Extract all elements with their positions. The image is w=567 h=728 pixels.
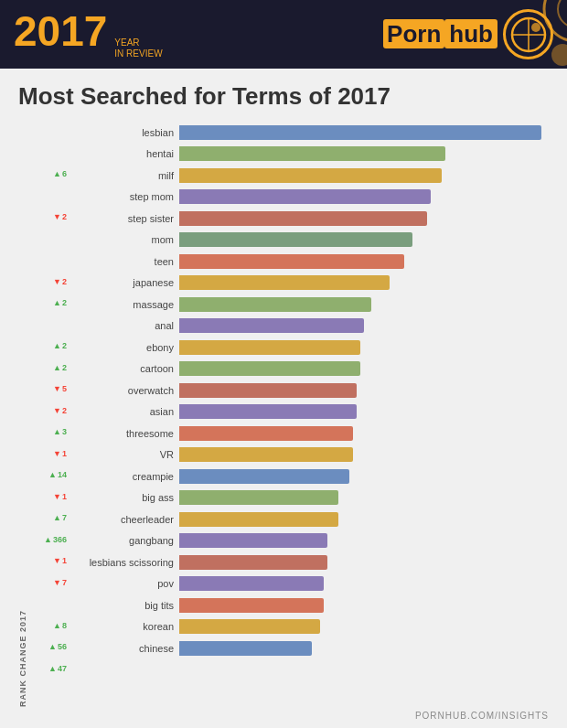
rank-change-value: 2 [62,363,67,372]
bar-row: overwatch [70,380,549,401]
bar-row: pov [70,573,549,595]
bar-label: japanese [70,277,179,288]
rank-change-item: ▲14 [30,465,67,487]
bar [179,533,327,548]
rank-change-value: 5 [62,384,67,393]
bar-label: overwatch [70,385,179,396]
bar-label: lesbians scissoring [70,557,179,568]
arrow-up-icon: ▲ [53,169,61,178]
rank-change-value: 1 [62,492,67,501]
bar-row: asian [70,401,549,423]
bar-label: anal [70,320,179,331]
bar-row: mom [70,230,549,252]
bar [179,146,445,161]
rank-change-value: 2 [62,298,67,307]
rank-change-value: 2 [62,406,67,415]
bar-container [179,490,549,505]
rank-change-item: ▼1 [30,551,67,573]
website-footer: PORNHUB.COM/INSIGHTS [415,711,549,721]
bar-row: step mom [70,187,549,209]
rank-change-value: 47 [58,664,67,673]
rank-change-item: ▼1 [30,443,67,465]
bar-row: chinese [70,637,549,659]
bar [179,490,338,505]
header: 2017 year in review Pornhub [0,0,567,69]
pornhub-logo: Pornhub [383,9,553,59]
arrow-down-icon: ▼ [53,384,61,393]
arrow-up-icon: ▲ [53,363,61,372]
arrow-up-icon: ▲ [53,298,61,307]
bar [179,383,357,398]
y-axis-label: RANK CHANGE 2017 [18,140,27,707]
rank-change-item: ▲366 [30,529,67,551]
bar-row: VR [70,444,549,466]
rank-change-value: 3 [62,427,67,436]
bar-container [179,619,549,634]
bar-container [179,641,549,656]
arrow-up-icon: ▲ [48,642,57,651]
rank-change-value: 8 [62,621,67,630]
bar-container [179,533,549,548]
bar [179,598,324,613]
bar-container [179,125,549,140]
bars-section: lesbianhentaimilfstep momstep sistermomt… [70,122,549,721]
bar [179,447,353,462]
bar-label: pov [70,578,179,589]
arrow-up-icon: ▲ [48,470,57,479]
rank-change-value: 6 [62,169,67,178]
bar [179,297,371,312]
rank-change-item: ▲47 [30,658,67,680]
rank-change-item: ▲7 [30,508,67,530]
rank-change-value: 7 [62,578,67,587]
bar-container [179,555,549,570]
rank-change-item [30,185,67,207]
bar [179,512,338,527]
brand-part2-highlight: hub [444,19,497,48]
bar-label: asian [70,406,179,417]
bar-container [179,469,549,484]
bar [179,641,312,656]
bar [179,168,442,183]
rank-change-item [30,228,67,250]
arrow-down-icon: ▼ [53,556,61,565]
bar-container [179,404,549,419]
svg-point-3 [551,44,567,66]
svg-point-7 [531,23,540,32]
bar-label: gangbang [70,535,179,546]
bar-row: milf [70,165,549,187]
rank-change-item: ▲2 [30,357,67,379]
rank-change-item: ▼2 [30,271,67,293]
arrow-down-icon: ▼ [53,492,61,501]
rank-change-item: ▲56 [30,637,67,658]
bar-container [179,254,549,269]
bar-container [179,297,549,312]
bar-container [179,383,549,398]
bar-label: VR [70,449,179,460]
logo-icon [503,9,553,59]
bar [179,254,404,269]
brand-name: Pornhub [383,20,497,48]
year-logo: 2017 year in review [14,10,163,59]
bar-row: step sister [70,208,549,230]
rank-change-item: ▼2 [30,207,67,229]
bar [179,275,390,290]
rank-change-value: 1 [62,556,67,565]
bar-row: teen [70,251,549,273]
bar-row: threesome [70,423,549,444]
rank-change-item: ▲2 [30,336,67,358]
bar-row: lesbian [70,122,549,144]
rank-change-item: ▼7 [30,572,67,594]
bar-container [179,318,549,333]
arrow-up-icon: ▲ [44,535,52,544]
bar-container [179,340,549,355]
bar-label: big tits [70,600,179,611]
bar-label: korean [70,621,179,632]
bar-container [179,211,549,226]
bar-container [179,426,549,441]
bar [179,340,360,355]
rank-change-value: 14 [58,470,67,479]
bar-row: ebony [70,337,549,359]
bar-row: big tits [70,594,549,616]
bar [179,361,360,376]
bar-container [179,512,549,527]
